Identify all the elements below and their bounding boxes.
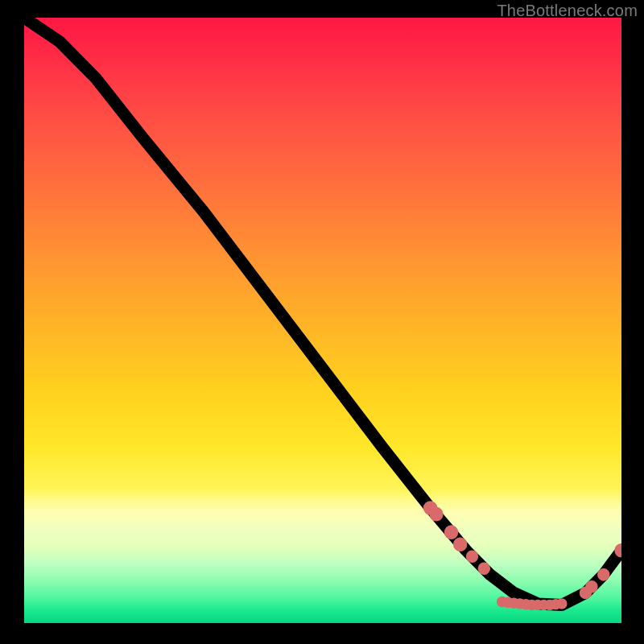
data-marker [601, 572, 607, 578]
data-marker [469, 553, 475, 559]
bottleneck-curve [24, 18, 621, 605]
curve-layer [24, 18, 621, 623]
data-marker [432, 510, 440, 518]
plot-area [24, 18, 621, 623]
chart-stage: TheBottleneck.com [0, 0, 644, 644]
data-marker [448, 528, 456, 536]
data-marker [559, 601, 564, 606]
data-marker [617, 547, 621, 555]
data-marker [456, 540, 464, 548]
data-marker [588, 584, 595, 590]
data-marker [481, 565, 487, 572]
